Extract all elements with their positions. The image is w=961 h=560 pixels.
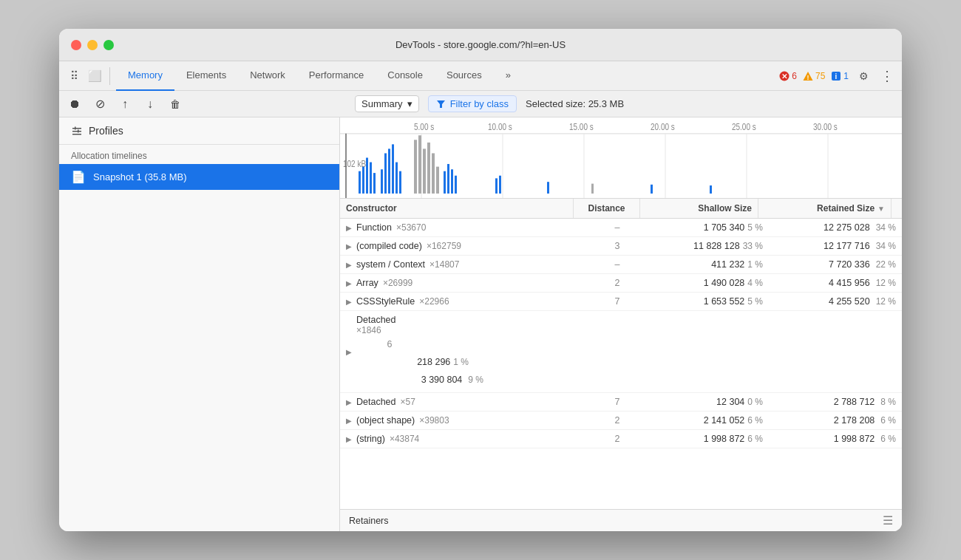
close-button[interactable]	[71, 40, 81, 50]
record-button[interactable]: ⏺	[65, 95, 84, 114]
td-distance: 2	[584, 430, 651, 448]
svg-rect-42	[436, 167, 439, 194]
tab-console[interactable]: Console	[376, 61, 435, 91]
tab-sources[interactable]: Sources	[435, 61, 494, 91]
td-retained: 4 255 52012 %	[769, 293, 902, 310]
constructor-count: ×39803	[419, 415, 449, 426]
td-shallow: 411 2321 %	[651, 256, 769, 273]
td-distance: 7	[584, 293, 651, 310]
constructor-count: ×162759	[427, 241, 461, 251]
svg-text:30.00 s: 30.00 s	[813, 122, 838, 132]
constructor-name: Detached ×1846 6 218 2961 % 3 390 8049 %	[356, 315, 489, 389]
tab-memory[interactable]: Memory	[116, 61, 174, 91]
toolbar-icons: ✕ 6 ! 75 i 1 ⚙ ⋮	[779, 67, 896, 85]
expand-icon[interactable]: ▶	[346, 348, 352, 356]
svg-rect-48	[499, 176, 501, 194]
constructor-name: Detached	[356, 397, 396, 407]
device-icon[interactable]: ⬜	[86, 67, 103, 85]
sort-descending-icon: ▼	[877, 205, 885, 213]
selected-size-label: Selected size: 25.3 MB	[526, 98, 624, 109]
th-distance: Distance	[574, 199, 640, 218]
td-constructor: ▶ CSSStyleRule ×22966	[340, 293, 584, 310]
constructor-count: ×22966	[419, 296, 449, 307]
collect-garbage-button[interactable]: 🗑	[166, 95, 185, 114]
tab-elements[interactable]: Elements	[174, 61, 238, 91]
tab-performance[interactable]: Performance	[297, 61, 376, 91]
table-body: ▶ Function ×53670 – 1 705 3405 % 12 275 …	[340, 219, 902, 448]
svg-text:20.00 s: 20.00 s	[651, 122, 675, 132]
td-shallow: 1 705 3405 %	[651, 219, 769, 236]
svg-rect-39	[423, 148, 426, 194]
th-constructor: Constructor	[340, 199, 574, 218]
expand-icon[interactable]: ▶	[346, 298, 352, 306]
td-shallow: 11 828 12833 %	[651, 237, 769, 255]
expand-icon[interactable]: ▶	[346, 417, 352, 425]
svg-rect-27	[362, 167, 364, 194]
td-shallow: 12 3040 %	[651, 393, 769, 411]
td-constructor: ▶ Detached ×1846 6 218 2961 % 3 390 8049…	[340, 311, 902, 392]
table-row[interactable]: ▶ Detached ×1846 6 218 2961 % 3 390 8049…	[340, 311, 902, 393]
expand-icon[interactable]: ▶	[346, 224, 352, 232]
td-distance: 3	[584, 237, 651, 255]
svg-rect-34	[392, 144, 394, 194]
td-shallow: 2 141 0526 %	[651, 412, 769, 429]
table-row[interactable]: ▶ (string) ×43874 2 1 998 8726 % 1 998 8…	[340, 430, 902, 448]
more-options-icon[interactable]: ⋮	[878, 67, 896, 85]
settings-icon[interactable]: ⚙	[855, 67, 872, 85]
svg-rect-8	[72, 131, 81, 132]
td-retained: 2 788 7128 %	[769, 393, 902, 411]
td-shallow: 1 998 8726 %	[651, 430, 769, 448]
snapshot-item[interactable]: 📄 Snapshot 1 (35.8 MB)	[59, 164, 339, 190]
constructor-name: system / Context	[356, 259, 425, 270]
expand-icon[interactable]: ▶	[346, 279, 352, 287]
table-row[interactable]: ▶ (compiled code) ×162759 3 11 828 12833…	[340, 237, 902, 256]
maximize-button[interactable]	[103, 40, 114, 50]
svg-text:i: i	[835, 72, 838, 81]
svg-rect-41	[432, 153, 435, 194]
td-constructor: ▶ Function ×53670	[340, 219, 584, 236]
svg-rect-28	[366, 158, 368, 194]
table-row[interactable]: ▶ CSSStyleRule ×22966 7 1 653 5525 % 4 2…	[340, 293, 902, 311]
upload-button[interactable]: ↑	[115, 95, 135, 114]
table-row[interactable]: ▶ Array ×26999 2 1 490 0284 % 4 415 9561…	[340, 274, 902, 293]
table-row[interactable]: ▶ Function ×53670 – 1 705 3405 % 12 275 …	[340, 219, 902, 237]
th-shallow: Shallow Size	[640, 199, 758, 218]
timeline-area: 5.00 s 10.00 s 15.00 s 20.00 s 25.00 s 3…	[340, 117, 902, 199]
sliders-icon	[71, 125, 83, 137]
tab-network[interactable]: Network	[238, 61, 297, 91]
svg-text:5.00 s: 5.00 s	[414, 122, 435, 132]
svg-rect-26	[359, 171, 361, 194]
constructor-count: ×53670	[396, 222, 426, 233]
download-button[interactable]: ↓	[140, 95, 160, 114]
constructor-name: CSSStyleRule	[356, 296, 415, 307]
constructor-count: ×43874	[390, 434, 419, 444]
svg-rect-32	[384, 153, 387, 194]
constructor-name: (compiled code)	[356, 241, 422, 251]
inspect-icon[interactable]: ⠿	[65, 67, 83, 85]
td-distance: –	[584, 219, 651, 236]
svg-rect-35	[395, 163, 398, 194]
clear-button[interactable]: ⊘	[90, 95, 109, 114]
info-badge: i 1	[831, 71, 849, 81]
window-title: DevTools - store.google.com/?hl=en-US	[395, 39, 566, 50]
expand-icon[interactable]: ▶	[346, 242, 352, 250]
constructor-count: ×14807	[429, 259, 459, 270]
retainers-label: Retainers	[349, 516, 389, 526]
expand-icon[interactable]: ▶	[346, 435, 352, 443]
table-row[interactable]: ▶ system / Context ×14807 – 411 2321 % 7…	[340, 256, 902, 274]
constructor-name: Array	[356, 278, 378, 288]
constructor-name: (string)	[356, 434, 385, 444]
data-table: Constructor Distance Shallow Size Retain…	[340, 199, 902, 509]
svg-rect-30	[373, 173, 376, 194]
svg-rect-46	[455, 176, 457, 194]
tab-more[interactable]: »	[494, 61, 523, 91]
title-bar: DevTools - store.google.com/?hl=en-US	[59, 29, 902, 61]
summary-dropdown[interactable]: Summary ▾	[355, 95, 419, 112]
minimize-button[interactable]	[87, 40, 98, 50]
expand-icon[interactable]: ▶	[346, 398, 352, 406]
filter-by-class-button[interactable]: Filter by class	[428, 95, 517, 112]
table-row[interactable]: ▶ (object shape) ×39803 2 2 141 0526 % 2…	[340, 412, 902, 430]
table-row[interactable]: ▶ Detached ×57 7 12 3040 % 2 788 7128 %	[340, 393, 902, 412]
right-panel: 5.00 s 10.00 s 15.00 s 20.00 s 25.00 s 3…	[340, 117, 902, 531]
expand-icon[interactable]: ▶	[346, 261, 352, 269]
